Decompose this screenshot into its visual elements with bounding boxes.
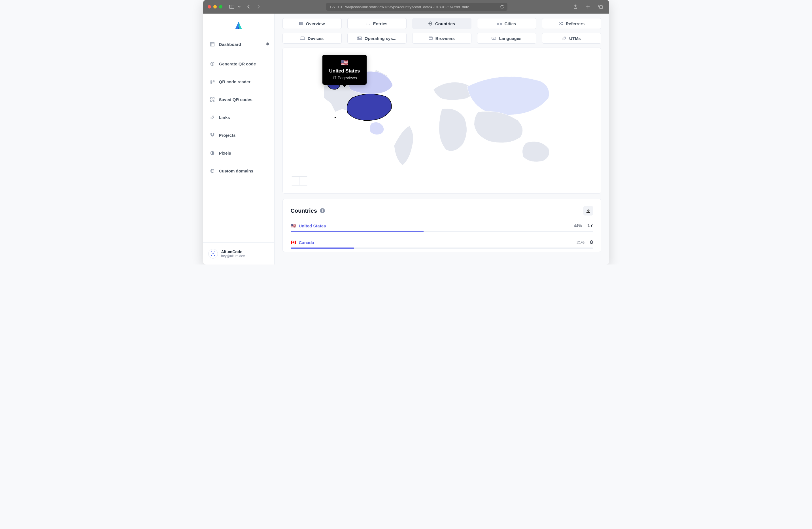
scan-icon — [210, 80, 215, 84]
shuffle-icon — [559, 22, 563, 25]
svg-point-27 — [212, 136, 213, 137]
svg-rect-24 — [214, 101, 214, 101]
address-bar[interactable]: 127.0.0.1/66qrcode/link-statistics/13?ty… — [326, 3, 507, 11]
tab-operating-systems[interactable]: Operating sys... — [347, 33, 407, 44]
branch-icon — [210, 133, 215, 137]
close-window[interactable] — [208, 5, 211, 9]
africa-shape — [439, 108, 467, 151]
svg-point-37 — [299, 23, 300, 24]
tab-languages[interactable]: ALanguages — [477, 33, 536, 44]
svg-rect-47 — [499, 22, 500, 25]
tooltip-flag: 🇺🇸 — [329, 59, 360, 67]
russia-shape — [467, 76, 549, 115]
tooltip-metric: 17 Pageviews — [329, 76, 360, 80]
sidebar-item-generate-qr[interactable]: Generate QR code — [206, 58, 272, 70]
asia-south-shape — [474, 111, 522, 143]
svg-rect-20 — [211, 98, 212, 99]
plus-circle-icon — [210, 62, 215, 66]
tab-entries[interactable]: Entries — [347, 18, 407, 29]
stat-tabs-row1: Overview Entries Countries Cities Referr… — [282, 18, 601, 29]
tab-browsers[interactable]: Browsers — [412, 33, 472, 44]
qr-icon — [210, 98, 215, 102]
svg-rect-18 — [211, 83, 212, 84]
back-icon[interactable] — [247, 4, 250, 9]
minimize-window[interactable] — [213, 5, 217, 9]
laptop-icon — [300, 36, 305, 40]
download-button[interactable] — [583, 206, 593, 216]
city-icon — [497, 22, 502, 25]
sidebar-item-links[interactable]: Links — [206, 112, 272, 123]
bell-icon[interactable] — [265, 42, 270, 47]
svg-rect-8 — [211, 43, 214, 46]
chevron-down-icon[interactable] — [238, 5, 241, 8]
svg-rect-49 — [301, 37, 304, 39]
sidebar-item-pixels[interactable]: Pixels — [206, 147, 272, 159]
sidebar-item-qr-reader[interactable]: QR code reader — [206, 76, 272, 88]
sidebar-item-label: Links — [219, 115, 230, 120]
central-america-shape — [370, 122, 384, 134]
svg-rect-22 — [211, 100, 212, 101]
reload-icon[interactable] — [500, 5, 504, 9]
tab-label: Operating sys... — [365, 36, 397, 41]
world-map-card: 🇺🇸 United States 17 Pageviews + − — [282, 47, 601, 194]
country-percent: 44% — [574, 223, 582, 228]
tab-cities[interactable]: Cities — [477, 18, 536, 29]
south-america-shape — [394, 126, 414, 165]
countries-list-card: Countries i 🇺🇸United States 44%17 🇨🇦Cana… — [282, 199, 601, 252]
country-row[interactable]: 🇨🇦Canada 21%8 — [291, 239, 593, 249]
forward-icon[interactable] — [257, 4, 260, 9]
svg-point-38 — [299, 24, 300, 25]
tab-label: Referrers — [566, 21, 585, 26]
brand-logo[interactable] — [203, 14, 274, 36]
new-tab-icon[interactable] — [586, 4, 590, 9]
flag-icon: 🇨🇦 — [291, 240, 296, 245]
tab-overview[interactable]: Overview — [282, 18, 342, 29]
user-menu[interactable]: AltumCode hey@altum.dev — [203, 243, 274, 265]
main-content: Overview Entries Countries Cities Referr… — [275, 14, 609, 265]
share-icon[interactable] — [574, 4, 577, 9]
tab-countries[interactable]: Countries — [412, 18, 472, 29]
zoom-out-button[interactable]: − — [300, 177, 308, 185]
tab-label: Browsers — [435, 36, 455, 41]
sidebar-item-label: Generate QR code — [219, 61, 256, 66]
stat-tabs-row2: Devices Operating sys... Browsers ALangu… — [282, 33, 601, 44]
tab-referrers[interactable]: Referrers — [542, 18, 601, 29]
sidebar-nav: Dashboard Generate QR code QR code reade… — [203, 36, 274, 243]
svg-point-54 — [358, 39, 359, 39]
user-email: hey@altum.dev — [221, 254, 245, 258]
sidebar-item-saved-qr[interactable]: Saved QR codes — [206, 94, 272, 105]
sidebar-item-label: Pixels — [219, 151, 231, 156]
svg-point-53 — [358, 37, 359, 38]
svg-rect-48 — [501, 23, 502, 25]
map-zoom-controls: + − — [291, 176, 308, 186]
progress-track — [291, 231, 593, 232]
sidebar-item-custom-domains[interactable]: Custom domains — [206, 165, 272, 177]
hawaii-shape — [334, 117, 335, 118]
tab-label: Overview — [306, 21, 325, 26]
bars-icon — [366, 22, 370, 25]
grid-icon — [210, 42, 215, 46]
info-icon[interactable]: i — [320, 208, 325, 213]
window-controls — [208, 5, 222, 9]
country-percent: 21% — [577, 240, 584, 245]
svg-rect-16 — [211, 81, 212, 82]
progress-fill — [291, 231, 423, 232]
sidebar-toggle-icon[interactable] — [229, 5, 234, 9]
country-row[interactable]: 🇺🇸United States 44%17 — [291, 223, 593, 232]
svg-point-25 — [211, 133, 212, 134]
zoom-in-button[interactable]: + — [291, 177, 300, 185]
sidebar-item-projects[interactable]: Projects — [206, 129, 272, 141]
sidebar-item-label: Dashboard — [219, 42, 241, 47]
tab-devices[interactable]: Devices — [282, 33, 342, 44]
flag-icon: 🇺🇸 — [291, 223, 296, 228]
tab-utms[interactable]: UTMs — [542, 33, 601, 44]
window-icon — [429, 36, 433, 40]
country-name: United States — [299, 223, 326, 228]
sidebar-item-label: Projects — [219, 133, 236, 138]
sidebar-item-label: QR code reader — [219, 79, 251, 84]
maximize-window[interactable] — [219, 5, 222, 9]
sidebar-item-dashboard[interactable]: Dashboard — [206, 39, 245, 50]
tabs-overview-icon[interactable] — [598, 4, 603, 9]
tab-label: Cities — [505, 21, 516, 26]
user-name: AltumCode — [221, 249, 245, 254]
